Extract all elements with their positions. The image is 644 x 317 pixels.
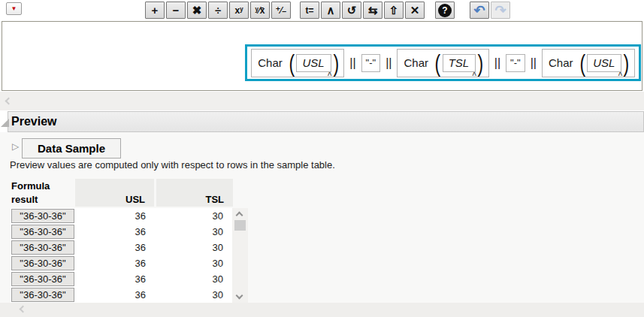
formula-hscrollbar[interactable] [0,92,644,110]
tsl-cell: 30 [156,210,233,222]
local-variable-button[interactable]: t= [300,2,319,19]
char-function-box[interactable]: Char ( USL ^ ) [542,49,635,77]
column-name: USL [593,56,615,69]
data-sample-button[interactable]: Data Sample [22,138,121,158]
char-function-box[interactable]: Char ( USL ^ ) [251,49,344,77]
usl-cell: 36 [75,242,156,253]
rotate-loop-icon: ↺ [347,4,357,17]
delete-button[interactable]: ✕ [405,2,425,19]
concat-operator[interactable]: || [531,56,537,70]
char-function-box[interactable]: Char ( TSL ^ ) [397,49,488,77]
tsl-cell: 30 [156,242,233,253]
column-reference-tsl[interactable]: TSL ^ [443,54,476,72]
insertion-caret-icon: ^ [328,71,332,80]
scroll-down-icon[interactable] [236,292,243,300]
plus-icon: + [152,4,159,17]
help-icon: ? [438,4,452,17]
function-name: Char [549,56,573,69]
data-sample-label: Data Sample [38,142,105,155]
formula-result-cell: "36-30-36" [11,240,74,255]
t-equals-icon: t= [305,5,313,16]
redo-button[interactable]: ↷ [491,2,510,19]
formula-result-cell: "36-30-36" [11,288,74,302]
scroll-up-icon[interactable] [236,212,243,219]
selected-expression[interactable]: Char ( USL ^ ) || "-" || Char ( TSL ^ ) … [245,44,641,81]
tsl-cell: 30 [156,273,233,285]
column-header-usl: USL [75,179,154,207]
preview-title: Preview [8,115,56,128]
subtract-button[interactable]: − [166,2,186,19]
root-icon: ʸ⁄x̄ [255,5,265,16]
plus-minus-icon: ⁺⁄₋ [276,5,287,16]
function-name: Char [258,56,283,69]
close-paren: ) [478,50,484,77]
table-row: "36-30-36" 36 30 [11,271,233,287]
table-hscrollbar[interactable] [0,303,644,317]
root-button[interactable]: ʸ⁄x̄ [250,2,270,19]
unary-sign-button[interactable]: ⁺⁄₋ [271,2,291,19]
formula-toolbar: + − ✖ ÷ xʸ ʸ⁄x̄ ⁺⁄₋ t= ∧ ↺ ⇆ ⇧ ✕ ? ↶ ↷ [145,2,512,19]
concat-operator[interactable]: || [494,56,500,70]
vscrollbar-thumb[interactable] [234,220,246,231]
usl-cell: 36 [75,226,156,237]
divide-icon: ÷ [215,4,221,17]
column-reference-usl[interactable]: USL ^ [296,54,331,72]
close-paren: ) [624,50,630,77]
up-arrow-icon: ⇧ [389,4,399,17]
close-paren: ) [333,50,339,77]
data-sample-table: "36-30-36" 36 30 "36-30-36" 36 30 "36-30… [11,208,233,303]
open-paren: ( [579,50,585,77]
column-name: USL [302,56,324,69]
formula-result-cell: "36-30-36" [11,256,74,270]
undo-button[interactable]: ↶ [470,2,489,19]
boost-button[interactable]: ⇧ [384,2,404,19]
multiply-icon: ✖ [192,4,202,17]
formula-editor-window: ▼ + − ✖ ÷ xʸ ʸ⁄x̄ ⁺⁄₋ t= ∧ ↺ ⇆ ⇧ ✕ ? ↶ ↷… [0,0,644,317]
minus-icon: − [173,4,180,17]
disclosure-collapsed-icon[interactable]: ▷ [12,141,19,152]
divide-button[interactable]: ÷ [208,2,228,19]
help-button[interactable]: ? [435,2,455,19]
column-header-formula-result: Formula result [11,180,74,207]
raise-power-button[interactable]: xʸ [229,2,249,19]
insertion-caret-icon: ^ [472,71,476,80]
table-row: "36-30-36" 36 30 [11,208,233,224]
function-name: Char [404,56,428,69]
caret-icon: ∧ [327,4,335,17]
insertion-caret-icon: ^ [618,71,623,80]
string-literal[interactable]: "-" [361,54,381,72]
table-row: "36-30-36" 36 30 [11,287,233,303]
table-row: "36-30-36" 36 30 [11,240,233,255]
concat-operator[interactable]: || [385,56,392,70]
swap-terms-button[interactable]: ⇆ [363,2,382,19]
peel-expression-button[interactable]: ∧ [321,2,340,19]
add-button[interactable]: + [145,2,165,19]
invert-button[interactable]: ↺ [342,2,361,19]
open-paren: ( [289,50,295,77]
preview-note: Preview values are computed only with re… [10,159,335,171]
undo-icon: ↶ [473,2,485,19]
table-row: "36-30-36" 36 30 [11,255,233,271]
table-vscrollbar[interactable] [232,208,248,303]
formula-result-cell: "36-30-36" [11,209,74,223]
concat-operator[interactable]: || [349,56,355,70]
preview-header-bar[interactable]: Preview [8,111,644,132]
power-icon: xʸ [235,5,243,16]
column-header-tsl: TSL [156,179,233,207]
table-row: "36-30-36" 36 30 [11,224,233,240]
usl-cell: 36 [75,273,156,285]
multiply-button[interactable]: ✖ [187,2,207,19]
formula-result-cell: "36-30-36" [11,225,74,239]
string-literal[interactable]: "-" [506,54,525,72]
swap-arrows-icon: ⇆ [368,4,378,17]
redo-icon: ↷ [494,2,506,19]
tsl-cell: 30 [156,258,233,269]
column-reference-usl[interactable]: USL ^ [587,54,621,72]
tsl-cell: 30 [156,226,233,237]
formula-result-cell: "36-30-36" [11,272,74,286]
red-triangle-menu-button[interactable]: ▼ [6,2,22,15]
column-name: TSL [449,56,470,69]
usl-cell: 36 [75,210,156,222]
usl-cell: 36 [75,289,156,300]
tsl-cell: 30 [156,289,233,300]
